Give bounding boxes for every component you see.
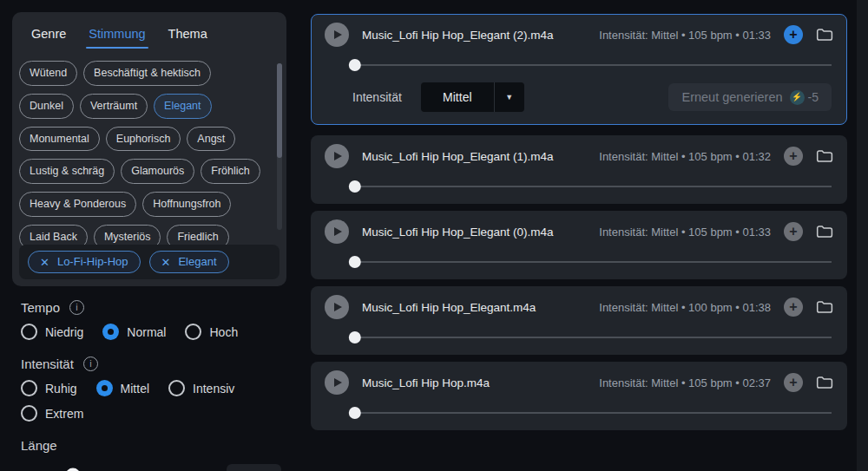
intensity-dropdown[interactable]: Mittel ▼ xyxy=(421,82,524,112)
track-progress-slider[interactable] xyxy=(352,256,832,268)
play-button[interactable] xyxy=(325,144,349,168)
play-button[interactable] xyxy=(325,295,349,319)
intensity-dropdown-value: Mittel xyxy=(421,90,494,104)
tab-thema[interactable]: Thema xyxy=(168,27,207,49)
track-progress-thumb[interactable] xyxy=(349,407,361,419)
chip-vertr-umt[interactable]: Verträumt xyxy=(80,94,148,119)
track-progress-thumb[interactable] xyxy=(349,256,361,268)
remove-tag-icon[interactable]: ✕ xyxy=(40,257,49,268)
regenerate-button[interactable]: Erneut generieren ⚡ -5 xyxy=(668,83,832,111)
export-button[interactable] xyxy=(816,149,833,163)
track-row[interactable]: Music_Lofi Hip Hop_Elegant (2).m4a Inten… xyxy=(311,14,847,125)
track-row[interactable]: Music_Lofi Hip Hop_Elegant (1).m4a Inten… xyxy=(311,135,847,204)
add-to-timeline-button[interactable]: + xyxy=(784,25,803,44)
folder-icon xyxy=(816,149,833,163)
chips-scrollbar[interactable] xyxy=(277,63,282,230)
tempo-option-niedrig[interactable]: Niedrig xyxy=(21,324,83,340)
track-progress-slider[interactable] xyxy=(352,331,832,343)
chip-besch-ftigt-hektisch[interactable]: Beschäftigt & hektisch xyxy=(83,61,211,86)
export-button[interactable] xyxy=(816,376,833,389)
length-control: 01 : 27 xyxy=(21,464,281,471)
chip-euphorisch[interactable]: Euphorisch xyxy=(106,127,181,152)
add-to-timeline-button[interactable]: + xyxy=(784,222,803,241)
chip-w-tend[interactable]: Wütend xyxy=(19,61,77,86)
chip-monumental[interactable]: Monumental xyxy=(19,127,100,152)
track-meta: Intensität: Mittel • 105 bpm • 01:32 xyxy=(599,150,771,163)
tag-elegant[interactable]: ✕Elegant xyxy=(149,251,229,273)
chevron-down-icon: ▼ xyxy=(495,93,524,101)
play-button[interactable] xyxy=(325,219,349,244)
track-name: Music_Lofi Hip Hop_Elegant (2).m4a xyxy=(362,29,554,42)
chip-elegant[interactable]: Elegant xyxy=(154,94,211,119)
tempo-label: Tempo xyxy=(21,300,60,315)
chip-angst[interactable]: Angst xyxy=(187,127,235,152)
track-meta: Intensität: Mittel • 100 bpm • 01:38 xyxy=(599,301,771,314)
export-button[interactable] xyxy=(816,225,833,239)
chip-fr-hlich[interactable]: Fröhlich xyxy=(201,159,260,184)
add-to-timeline-button[interactable]: + xyxy=(784,147,803,166)
row-intensity-label: Intensität xyxy=(352,90,402,104)
track-progress-thumb[interactable] xyxy=(349,180,361,193)
tempo-info-icon[interactable]: i xyxy=(69,300,84,315)
intensity-radio[interactable] xyxy=(96,380,113,396)
chip-heavy-ponderous[interactable]: Heavy & Ponderous xyxy=(19,192,136,217)
track-progress-slider[interactable] xyxy=(352,180,832,193)
chip-glamour-s[interactable]: Glamourös xyxy=(121,159,194,184)
chip-dunkel[interactable]: Dunkel xyxy=(19,94,74,119)
tempo-radio[interactable] xyxy=(102,324,119,340)
intensity-option-label: Ruhig xyxy=(45,382,77,396)
play-icon xyxy=(334,378,342,387)
intensity-option-intensiv[interactable]: Intensiv xyxy=(168,380,234,396)
intensity-option-label: Intensiv xyxy=(193,382,234,396)
play-button[interactable] xyxy=(325,23,349,47)
chips-scrollbar-thumb[interactable] xyxy=(277,63,282,158)
tempo-radio[interactable] xyxy=(21,324,37,340)
intensity-radio[interactable] xyxy=(21,405,37,422)
tab-genre[interactable]: Genre xyxy=(31,27,66,49)
chip-hoffnungsfroh[interactable]: Hoffnungsfroh xyxy=(142,192,231,217)
intensity-info-icon[interactable]: i xyxy=(83,357,98,371)
tempo-option-hoch[interactable]: Hoch xyxy=(185,324,238,340)
tempo-radio[interactable] xyxy=(185,324,201,340)
tag-lo-fi-hip-hop[interactable]: ✕Lo-Fi-Hip-Hop xyxy=(28,251,141,273)
chip-lustig-schr-g[interactable]: Lustig & schräg xyxy=(19,159,115,184)
remove-tag-icon[interactable]: ✕ xyxy=(161,257,171,268)
track-name: Music_Lofi Hip Hop.m4a xyxy=(362,376,490,389)
folder-icon xyxy=(816,225,833,239)
mood-selector-card: GenreStimmungThema WütendBeschäftigt & h… xyxy=(12,12,286,286)
intensity-radio[interactable] xyxy=(168,380,185,396)
track-name: Music_Lofi Hip Hop_Elegant (0).m4a xyxy=(362,226,554,239)
track-progress-slider[interactable] xyxy=(352,59,832,71)
play-icon xyxy=(334,30,342,39)
track-meta: Intensität: Mittel • 105 bpm • 01:33 xyxy=(599,226,771,239)
track-meta: Intensität: Mittel • 105 bpm • 01:33 xyxy=(599,29,771,42)
intensity-option-ruhig[interactable]: Ruhig xyxy=(21,380,77,396)
add-to-timeline-button[interactable]: + xyxy=(784,373,803,392)
add-to-timeline-button[interactable]: + xyxy=(784,298,803,317)
track-row[interactable]: Music_Lofi Hip Hop.m4a Intensität: Mitte… xyxy=(311,362,847,430)
intensity-radio-group: RuhigMittelIntensivExtrem xyxy=(21,380,281,422)
window-right-gutter xyxy=(857,0,868,471)
export-button[interactable] xyxy=(816,300,833,314)
credit-cost: -5 xyxy=(808,90,819,104)
track-row[interactable]: Music_Lofi Hip Hop_Elegant.m4a Intensitä… xyxy=(311,286,847,355)
tempo-option-label: Niedrig xyxy=(45,325,83,339)
tab-stimmung[interactable]: Stimmung xyxy=(89,27,145,49)
selected-tags-box: ✕Lo-Fi-Hip-Hop✕Elegant xyxy=(19,245,279,279)
intensity-option-extrem[interactable]: Extrem xyxy=(21,405,83,422)
intensity-option-label: Extrem xyxy=(45,407,83,421)
export-button[interactable] xyxy=(816,28,833,42)
intensity-option-label: Mittel xyxy=(121,382,149,396)
tempo-option-normal[interactable]: Normal xyxy=(102,324,166,340)
track-progress-thumb[interactable] xyxy=(349,331,361,343)
track-detail-controls: Intensität Mittel ▼ Erneut generieren ⚡ … xyxy=(352,82,832,112)
intensity-option-mittel[interactable]: Mittel xyxy=(96,380,149,396)
track-row[interactable]: Music_Lofi Hip Hop_Elegant (0).m4a Inten… xyxy=(311,211,847,279)
folder-icon xyxy=(816,300,833,314)
length-slider-thumb[interactable] xyxy=(65,468,80,471)
track-progress-thumb[interactable] xyxy=(349,59,361,71)
intensity-radio[interactable] xyxy=(21,380,37,396)
track-progress-slider[interactable] xyxy=(352,407,832,419)
sidebar-tabs: GenreStimmungThema xyxy=(12,12,286,49)
play-button[interactable] xyxy=(325,370,349,395)
